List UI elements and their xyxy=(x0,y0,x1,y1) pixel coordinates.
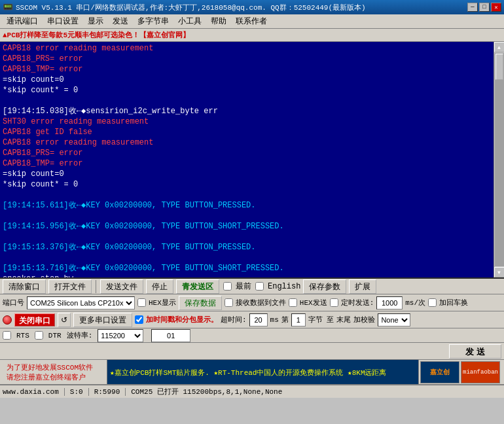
english-checkbox[interactable] xyxy=(255,282,264,291)
maximize-button[interactable]: □ xyxy=(479,3,490,12)
save-params-button[interactable]: 保存参数 xyxy=(303,279,346,294)
add-crlf-label: 加回车换 xyxy=(439,298,468,308)
title-bar: 📟 SSCOM V5.13.1 串口/网络数据调试器,作者:大虾丁丁,26180… xyxy=(0,0,504,14)
port-row: 端口号 COM25 Silicon Labs CP210x HEX显示 保存数据… xyxy=(0,294,504,311)
terminal-line: CAPB18_PRS= error xyxy=(3,54,501,64)
menu-send[interactable]: 发送 xyxy=(109,14,132,28)
last-checkbox[interactable] xyxy=(223,282,232,291)
verify-select[interactable]: None xyxy=(378,313,410,327)
menu-contact[interactable]: 联系作者 xyxy=(232,14,271,28)
status-com: COM25 已打开 115200bps,8,1,None,None xyxy=(131,387,282,397)
english-label: English xyxy=(268,282,300,291)
toolbar-separator-1 xyxy=(96,280,96,293)
byte-input[interactable] xyxy=(291,313,306,327)
rts-dtr-row: RTS DTR 波特率: 115200 xyxy=(0,328,504,343)
scroll-thumb[interactable] xyxy=(495,54,503,80)
logo-jialitichuang: 嘉立创 xyxy=(430,368,450,377)
promo-left-text2: 请您注册嘉立创终端客户 xyxy=(7,372,103,382)
menu-comm-port[interactable]: 通讯端口 xyxy=(3,14,42,28)
hex-display-label: HEX显示 xyxy=(149,298,176,308)
terminal-line: *skip count* = 0 xyxy=(3,85,501,96)
send-file-button[interactable]: 发送文件 xyxy=(100,279,143,294)
timeout-unit: ms xyxy=(270,316,279,324)
menu-help[interactable]: 帮助 xyxy=(207,14,230,28)
add-crlf-checkbox[interactable] xyxy=(428,298,437,307)
scroll-down-button[interactable]: ▼ xyxy=(494,267,505,277)
save-data-button[interactable]: 保存数据 xyxy=(179,296,222,310)
byte-label: 第 xyxy=(281,315,289,325)
logo-mianfaoban: mianfaoban xyxy=(463,369,498,376)
terminal-line: CAPB18 get ID false xyxy=(3,127,501,137)
status-s: S:0 xyxy=(70,388,89,396)
send-button[interactable]: 发 送 xyxy=(449,344,501,359)
terminal-line: CAPB18 error reading measurement xyxy=(3,43,501,54)
scroll-track[interactable] xyxy=(495,53,504,266)
hex-send-label: HEX发送 xyxy=(300,298,327,308)
refresh-button[interactable]: ↺ xyxy=(58,313,71,327)
recv-to-file-label: 接收数据到文件 xyxy=(236,298,286,308)
dtr-checkbox[interactable] xyxy=(35,331,43,340)
scroll-up-button[interactable]: ▲ xyxy=(494,42,505,52)
menu-display[interactable]: 显示 xyxy=(84,14,107,28)
terminal-line: [19:14:15.038]收←◆sensirion_i2c_write_byt… xyxy=(3,106,501,116)
hex-send-checkbox[interactable] xyxy=(289,298,297,307)
interval-input[interactable] xyxy=(376,296,403,309)
end-label: 末尾 xyxy=(336,315,351,325)
menu-bar: 通讯端口 串口设置 显示 发送 多字节串 小工具 帮助 联系作者 xyxy=(0,14,504,29)
timed-send-checkbox[interactable] xyxy=(330,298,338,307)
expand-button[interactable]: 扩展 xyxy=(349,279,376,294)
send-input[interactable] xyxy=(151,329,190,342)
terminal-scrollbar[interactable]: ▲ ▼ xyxy=(494,42,504,277)
promo-left-text: 为了更好地发展SSCOM软件 xyxy=(7,362,103,372)
rts-checkbox[interactable] xyxy=(3,331,11,340)
add-time-checkbox[interactable] xyxy=(135,315,143,324)
terminal-line: [19:15:13.376]收←◆KEY 0x00200000, TYPE BU… xyxy=(3,242,501,253)
timed-send-label: 定时发送: xyxy=(341,298,374,308)
baud-select[interactable]: 115200 xyxy=(98,329,143,342)
terminal-content: CAPB18 error reading measurementCAPB18_P… xyxy=(3,43,501,277)
terminal-line: SHT30 error reading measurement xyxy=(3,116,501,127)
menu-tools[interactable]: 小工具 xyxy=(174,14,206,28)
more-ports-button[interactable]: 更多串口设置 xyxy=(73,313,132,327)
minimize-button[interactable]: ─ xyxy=(467,3,478,12)
terminal-line: =skip count=0 xyxy=(3,75,501,85)
ad-text: ★嘉立创PCB打样SMT贴片服务. ★RT-Thread中国人的开源免费操作系统… xyxy=(110,368,387,378)
connection-led xyxy=(3,315,12,325)
terminal-line xyxy=(3,232,501,242)
interval-unit: ms/次 xyxy=(405,298,425,308)
terminal-line xyxy=(3,211,501,221)
add-time-label: 加时间戳和分包显示。 xyxy=(146,315,218,325)
title-text: SSCOM V5.13.1 串口/网络数据调试器,作者:大虾丁丁,2618058… xyxy=(16,3,467,12)
port-select[interactable]: COM25 Silicon Labs CP210x xyxy=(27,296,135,309)
disconnect-button[interactable]: 关闭串口 xyxy=(14,313,55,327)
terminal-line: CAPB18_TMP= error xyxy=(3,64,501,75)
connect-row: 关闭串口 ↺ 更多串口设置 加时间戳和分包显示。 超时间: ms 第 字节 至 … xyxy=(0,311,504,328)
terminal-line: *skip count* = 0 xyxy=(3,179,501,190)
terminal-line xyxy=(3,253,501,263)
promo-banner: 为了更好地发展SSCOM软件 请您注册嘉立创终端客户 ★嘉立创PCB打样SMT贴… xyxy=(0,360,504,385)
timeout-label: 超时间: xyxy=(221,315,247,325)
timeout-input[interactable] xyxy=(249,313,268,327)
status-url: www.daxia.com xyxy=(3,388,65,396)
stop-button[interactable]: 停止 xyxy=(146,279,173,294)
recv-to-file-checkbox[interactable] xyxy=(225,298,233,307)
menu-serial-settings[interactable]: 串口设置 xyxy=(43,14,82,28)
terminal-line: CAPB18_TMP= error xyxy=(3,158,501,169)
promo-text: ▲PCB打样降至每款5元顺丰包邮可选染色！【嘉立创官网】 xyxy=(3,30,190,40)
ad-banner: ★嘉立创PCB打样SMT贴片服务. ★RT-Thread中国人的开源免费操作系统… xyxy=(107,360,418,385)
hex-display-checkbox[interactable] xyxy=(137,298,146,307)
send-area-button[interactable]: 青发送区 xyxy=(176,279,219,294)
open-file-button[interactable]: 打开文件 xyxy=(48,279,92,294)
close-button[interactable]: ✕ xyxy=(491,3,501,12)
clear-window-button[interactable]: 清除窗口 xyxy=(3,279,46,294)
terminal-line: CAPB18 error reading measurement xyxy=(3,137,501,148)
status-r: R:5990 xyxy=(94,388,126,396)
last-label: 最前 xyxy=(236,281,251,292)
send-row: 发 送 xyxy=(0,343,504,360)
terminal-line: [19:14:15.611]收←◆KEY 0x00200000, TYPE BU… xyxy=(3,200,501,211)
menu-multi-string[interactable]: 多字节串 xyxy=(134,14,173,28)
dtr-label: DTR xyxy=(48,332,62,340)
terminal-area[interactable]: CAPB18 error reading measurementCAPB18_P… xyxy=(0,42,504,277)
title-buttons: ─ □ ✕ xyxy=(467,3,501,12)
status-bar: www.daxia.com S:0 R:5990 COM25 已打开 11520… xyxy=(0,385,504,398)
